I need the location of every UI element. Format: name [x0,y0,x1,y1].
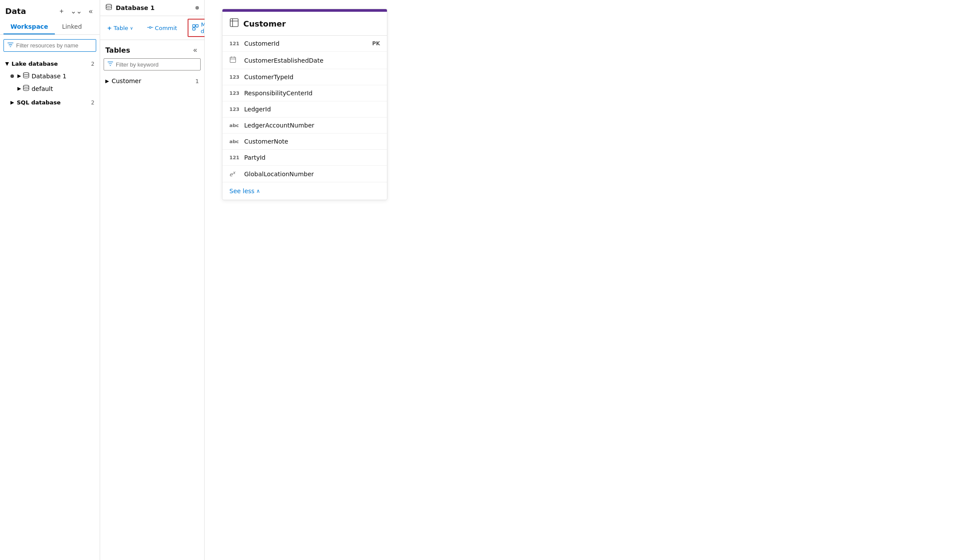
tables-title: Tables [105,46,130,54]
collapse-all-button[interactable]: ⌄⌄ [69,6,84,16]
field-row-left-7: abc CustomerNote [229,138,288,145]
sql-database-label: SQL database [17,99,61,106]
field-pk-badge: PK [372,40,380,47]
svg-rect-6 [193,24,195,27]
database1-item[interactable]: ▶ Database 1 [0,70,100,82]
field-row-left-3: 123 CustomerTypeId [229,74,293,80]
map-data-icon [192,24,199,32]
chevron-right-icon-table: ▶ [105,78,109,84]
customer-table-row-left: ▶ Customer [105,77,141,84]
filter-keyword-input[interactable] [116,61,197,68]
entity-card-header: Customer [222,12,387,36]
customer-table-row[interactable]: ▶ Customer 1 [100,74,204,88]
svg-point-2 [106,4,112,7]
filter-kw-wrapper [104,58,201,70]
field-row-left-8: 121 PartyId [229,154,266,161]
entity-table-icon [229,18,239,29]
field-row-customerestablisheddate: CustomerEstablishedDate [222,52,387,69]
field-type-123-1: 123 [229,74,240,80]
filter-resources-input[interactable] [16,42,92,49]
field-row-globallocationnumber: ex GlobalLocationNumber [222,166,387,182]
table-button[interactable]: + Table ∨ [104,23,137,33]
filter-kw-icon [108,61,113,68]
field-name-responsibilitycenterid: ResponsibilityCenterId [244,90,313,97]
default-label: default [31,85,53,92]
entity-card: Customer 121 CustomerId PK Cus [222,9,387,200]
svg-rect-8 [193,27,195,30]
svg-point-3 [149,26,151,28]
plus-icon: + [107,25,112,31]
db-tab-title: Database 1 [116,4,155,11]
db-tab-header: Database 1 [100,0,204,16]
lake-database-label: Lake database [11,60,57,67]
database-icon [23,72,30,80]
field-row-left-6: abc LedgerAccountNumber [229,122,314,129]
field-row-customernote: abc CustomerNote [222,134,387,150]
sql-database-section: ▶ SQL database 2 [0,97,100,108]
lake-database-count: 2 [91,61,94,67]
middle-panel: Database 1 + Table ∨ Commit [100,0,205,560]
field-type-121-2: 121 [229,155,240,161]
chevron-down-icon: ▼ [5,61,9,67]
field-row-left: 121 CustomerId [229,40,279,47]
db-tab-icon [105,3,112,12]
filter-input-wrapper [3,39,96,52]
lake-database-header[interactable]: ▼ Lake database 2 [0,58,100,70]
field-type-123-3: 123 [229,107,240,112]
filter-icon [7,42,13,49]
database1-label: Database 1 [31,73,66,80]
table-button-label: Table [114,25,128,31]
chevron-right-icon: ▶ [17,73,21,79]
commit-icon [147,24,153,32]
tab-workspace[interactable]: Workspace [3,20,55,34]
field-row-left-4: 123 ResponsibilityCenterId [229,90,313,97]
field-type-cal [229,56,240,64]
field-type-123-2: 123 [229,91,240,96]
see-less-label: See less [229,188,255,194]
field-row-responsibilitycenterid: 123 ResponsibilityCenterId [222,85,387,101]
sidebar-header-icons: + ⌄⌄ « [58,6,94,16]
double-left-icon: « [193,46,197,54]
commit-button-label: Commit [155,25,177,31]
field-row-partyid: 121 PartyId [222,150,387,166]
tab-linked[interactable]: Linked [55,20,89,34]
lake-database-section: ▼ Lake database 2 ▶ Database 1 ▶ [0,56,100,97]
chevron-up-icon: ∧ [256,188,260,194]
field-name-customertypeid: CustomerTypeId [244,74,293,80]
sql-database-count: 2 [91,100,94,106]
field-type-ex: ex [229,170,240,178]
commit-button[interactable]: Commit [144,23,181,34]
field-row-left-2: CustomerEstablishedDate [229,56,323,64]
field-row-customertypeid: 123 CustomerTypeId [222,69,387,85]
left-arrows-icon: « [89,7,93,15]
chevron-right-icon-sql: ▶ [10,100,14,105]
sql-database-header[interactable]: ▶ SQL database [5,97,66,108]
collapse-sidebar-button[interactable]: « [87,7,94,16]
svg-rect-7 [196,24,198,27]
chevron-right-icon-2: ▶ [17,86,21,91]
field-name-ledgeraccountnumber: LedgerAccountNumber [244,122,314,129]
sidebar-header: Data + ⌄⌄ « [0,0,100,20]
svg-rect-12 [230,57,236,62]
field-row-customerid: 121 CustomerId PK [222,36,387,52]
database-icon-2 [23,84,30,93]
default-item[interactable]: ▶ default [0,82,100,95]
field-type-abc-2: abc [229,139,240,144]
toolbar: + Table ∨ Commit [100,16,204,40]
svg-point-1 [24,85,29,87]
field-name-partyid: PartyId [244,154,266,161]
entity-title: Customer [243,19,286,28]
svg-point-0 [24,73,29,75]
sidebar: Data + ⌄⌄ « Workspace Linked ▼ [0,0,100,560]
customer-table-label: Customer [111,77,141,84]
unsaved-dot [195,6,199,10]
field-name-customerid: CustomerId [244,40,279,47]
field-type-abc-1: abc [229,123,240,128]
right-panel: Customer 121 CustomerId PK Cus [205,0,975,560]
add-button[interactable]: + [58,7,65,16]
see-less-button[interactable]: See less ∧ [222,182,267,200]
lake-db-header-left: ▼ Lake database [5,60,58,67]
collapse-tables-button[interactable]: « [192,45,199,55]
field-name-globallocationnumber: GlobalLocationNumber [244,171,314,178]
field-name-customernote: CustomerNote [244,138,288,145]
